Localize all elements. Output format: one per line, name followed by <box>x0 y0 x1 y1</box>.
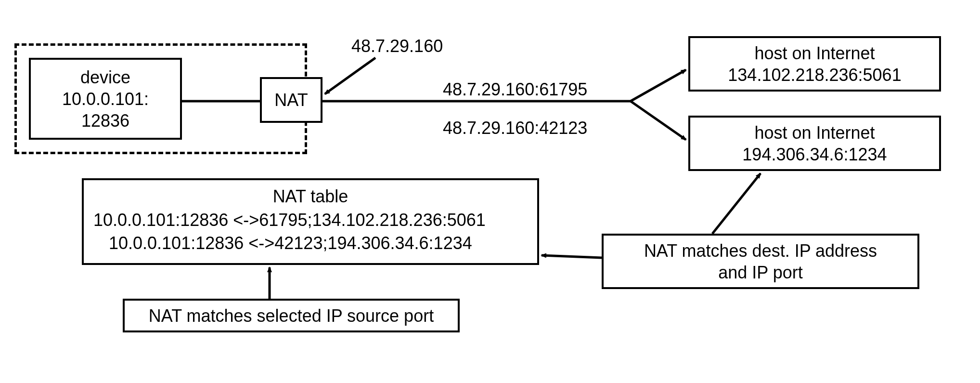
host1-line1: host on Internet <box>754 42 875 64</box>
nat-table-row2: 10.0.0.101:12836 <->42123;194.306.34.6:1… <box>93 232 528 255</box>
nat-label: NAT <box>274 89 308 111</box>
svg-line-3 <box>631 70 686 101</box>
annotation-dest-line1: NAT matches dest. IP address <box>644 240 877 262</box>
device-box: device 10.0.0.101: 12836 <box>29 58 182 140</box>
host1-box: host on Internet 134.102.218.236:5061 <box>688 36 941 92</box>
flow-bottom-label: 48.7.29.160:42123 <box>443 118 587 138</box>
nat-table-row1: 10.0.0.101:12836 <->61795;134.102.218.23… <box>93 209 528 232</box>
annotation-source-port: NAT matches selected IP source port <box>123 299 460 332</box>
svg-line-1 <box>325 58 375 94</box>
svg-line-7 <box>712 173 761 234</box>
annotation-dest: NAT matches dest. IP address and IP port <box>602 234 919 289</box>
svg-line-4 <box>631 101 686 140</box>
annotation-source-port-text: NAT matches selected IP source port <box>149 305 434 327</box>
device-label: device <box>80 66 130 88</box>
nat-public-ip: 48.7.29.160 <box>351 36 443 56</box>
nat-box: NAT <box>260 77 322 123</box>
host1-line2: 134.102.218.236:5061 <box>728 64 901 86</box>
annotation-dest-line2: and IP port <box>718 262 802 283</box>
nat-table-title: NAT table <box>93 185 528 209</box>
svg-line-6 <box>542 255 602 258</box>
host2-line1: host on Internet <box>754 122 875 144</box>
nat-table-box: NAT table 10.0.0.101:12836 <->61795;134.… <box>82 178 539 265</box>
flow-top-label: 48.7.29.160:61795 <box>443 79 587 100</box>
host2-box: host on Internet 194.306.34.6:1234 <box>688 116 941 171</box>
device-port: 12836 <box>81 110 129 132</box>
device-ip: 10.0.0.101: <box>62 88 149 110</box>
host2-line2: 194.306.34.6:1234 <box>742 144 887 165</box>
diagram-canvas: device 10.0.0.101: 12836 NAT 48.7.29.160… <box>0 0 980 383</box>
